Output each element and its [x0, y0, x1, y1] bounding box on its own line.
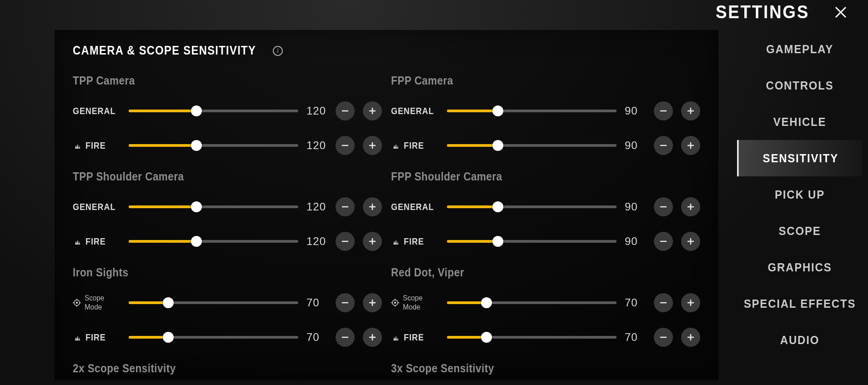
section-title: CAMERA & SCOPE SENSITIVITY	[73, 44, 256, 58]
slider-value: 90	[625, 200, 646, 213]
slider-thumb[interactable]	[481, 297, 492, 308]
sidebar-item-controls[interactable]: CONTROLS	[737, 67, 863, 104]
slider-thumb[interactable]	[163, 297, 174, 308]
fire-icon	[391, 237, 400, 246]
slider-track[interactable]	[447, 144, 617, 147]
fire-icon	[73, 333, 82, 342]
scope-icon	[73, 299, 81, 307]
slider-value: 90	[625, 139, 646, 152]
sidebar-item-audio[interactable]: AUDIO	[737, 322, 863, 358]
slider-thumb[interactable]	[492, 236, 503, 247]
close-button[interactable]	[832, 3, 850, 21]
slider-track[interactable]	[447, 301, 617, 304]
slider-row: FIRE70	[73, 327, 382, 347]
info-icon[interactable]: i	[273, 46, 283, 56]
decrement-button[interactable]	[336, 232, 355, 251]
decrement-button[interactable]	[654, 136, 673, 155]
sidebar-item-scope[interactable]: SCOPE	[737, 213, 863, 249]
decrement-button[interactable]	[336, 197, 355, 216]
slider-label: Scope Mode	[403, 294, 435, 312]
slider-track[interactable]	[129, 240, 298, 243]
slider-label: GENERAL	[391, 106, 434, 116]
decrement-button[interactable]	[654, 328, 673, 347]
slider-label: GENERAL	[391, 202, 434, 212]
increment-button[interactable]	[363, 136, 382, 155]
increment-button[interactable]	[363, 197, 382, 216]
slider-thumb[interactable]	[163, 332, 174, 343]
sensitivity-columns: TPP CameraGENERAL120FIRE120TPP Shoulder …	[73, 74, 700, 380]
slider-track[interactable]	[447, 240, 617, 243]
group-title: TPP Camera	[73, 74, 351, 87]
sidebar-item-label: CONTROLS	[766, 79, 834, 93]
decrement-button[interactable]	[336, 136, 355, 155]
slider-label-wrap: Scope Mode	[73, 294, 120, 312]
slider-value: 70	[625, 296, 646, 309]
slider-row: FIRE120	[73, 135, 382, 155]
section-header: CAMERA & SCOPE SENSITIVITY i	[73, 44, 700, 58]
close-icon	[834, 5, 848, 19]
sidebar-item-vehicle[interactable]: VEHICLE	[737, 104, 863, 140]
slider-thumb[interactable]	[492, 201, 503, 212]
slider-fill	[129, 336, 168, 339]
slider-label: FIRE	[404, 140, 424, 151]
slider-thumb[interactable]	[191, 201, 202, 212]
increment-button[interactable]	[363, 101, 382, 120]
increment-button[interactable]	[681, 101, 700, 120]
slider-track[interactable]	[447, 336, 617, 339]
slider-thumb[interactable]	[191, 236, 202, 247]
fire-icon	[391, 333, 400, 342]
slider-thumb[interactable]	[191, 105, 202, 116]
decrement-button[interactable]	[654, 101, 673, 120]
group-title: FPP Camera	[391, 74, 669, 87]
svg-point-39	[395, 302, 396, 304]
slider-track[interactable]	[447, 110, 617, 112]
decrement-button[interactable]	[654, 293, 673, 312]
slider-value: 70	[306, 296, 327, 309]
decrement-button[interactable]	[336, 328, 355, 347]
group-title: FPP Shoulder Camera	[391, 170, 669, 183]
slider-label: GENERAL	[73, 202, 115, 212]
increment-button[interactable]	[363, 328, 382, 347]
slider-fill	[447, 336, 487, 339]
increment-button[interactable]	[363, 232, 382, 251]
slider-track[interactable]	[129, 144, 298, 147]
sidebar-item-label: PICK UP	[775, 188, 825, 202]
sidebar-item-pick-up[interactable]: PICK UP	[737, 176, 863, 213]
slider-row: FIRE70	[391, 327, 700, 347]
slider-thumb[interactable]	[492, 105, 503, 116]
sidebar-item-special-effects[interactable]: SPECIAL EFFECTS	[737, 285, 863, 322]
increment-button[interactable]	[681, 328, 700, 347]
slider-label-wrap: FIRE	[391, 332, 439, 343]
slider-label: FIRE	[85, 140, 106, 151]
increment-button[interactable]	[681, 197, 700, 216]
slider-label-wrap: FIRE	[391, 236, 439, 247]
increment-button[interactable]	[681, 293, 700, 312]
slider-row: FIRE90	[391, 231, 700, 251]
slider-track[interactable]	[447, 205, 617, 208]
increment-button[interactable]	[681, 232, 700, 251]
decrement-button[interactable]	[654, 197, 673, 216]
sidebar-item-gameplay[interactable]: GAMEPLAY	[737, 31, 863, 67]
slider-value: 70	[306, 331, 327, 344]
decrement-button[interactable]	[336, 101, 355, 120]
slider-track[interactable]	[129, 110, 298, 112]
slider-row: GENERAL120	[73, 197, 382, 217]
sidebar-item-label: SPECIAL EFFECTS	[744, 297, 856, 311]
slider-thumb[interactable]	[492, 140, 503, 151]
slider-track[interactable]	[129, 336, 298, 339]
increment-button[interactable]	[363, 293, 382, 312]
slider-label-wrap: GENERAL	[73, 106, 120, 116]
decrement-button[interactable]	[654, 232, 673, 251]
increment-button[interactable]	[681, 136, 700, 155]
slider-fill	[129, 144, 196, 147]
slider-track[interactable]	[129, 205, 298, 208]
slider-value: 120	[306, 200, 327, 213]
slider-thumb[interactable]	[191, 140, 202, 151]
right-column: FPP CameraGENERAL90FIRE90FPP Shoulder Ca…	[391, 74, 700, 380]
slider-track[interactable]	[129, 301, 298, 304]
sidebar-item-graphics[interactable]: GRAPHICS	[737, 249, 863, 285]
slider-thumb[interactable]	[481, 332, 492, 343]
slider-label: FIRE	[404, 332, 424, 343]
decrement-button[interactable]	[336, 293, 355, 312]
sidebar-item-sensitivity[interactable]: SENSITIVITY	[737, 140, 863, 176]
